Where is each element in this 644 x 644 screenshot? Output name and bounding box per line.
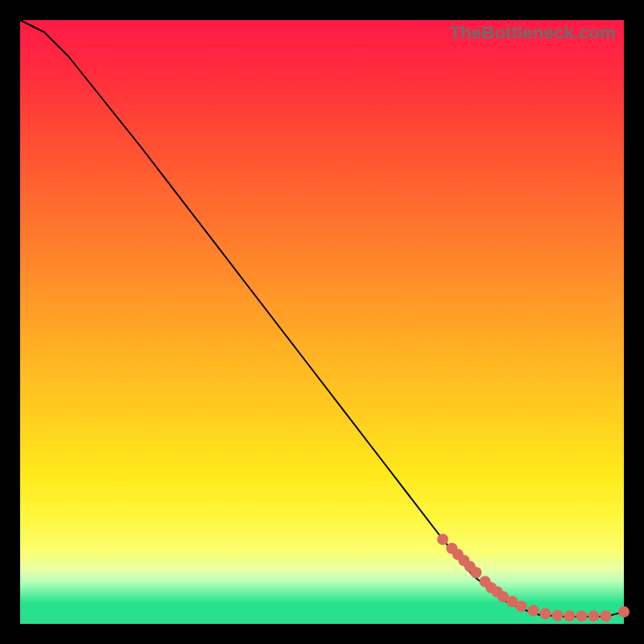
data-point — [540, 608, 551, 619]
dots-group — [437, 534, 630, 621]
data-point — [576, 610, 588, 621]
data-point — [528, 605, 539, 617]
data-point — [564, 610, 576, 621]
data-point — [618, 606, 630, 617]
data-point — [470, 567, 481, 578]
data-point — [552, 610, 564, 621]
chart-svg — [20, 20, 624, 624]
chart-frame: TheBottleneck.com — [0, 0, 644, 644]
data-point — [588, 610, 600, 621]
data-point — [437, 534, 448, 545]
curve-line — [20, 20, 624, 617]
plot-area: TheBottleneck.com — [20, 20, 624, 624]
data-point — [601, 610, 612, 621]
data-point — [516, 601, 527, 612]
